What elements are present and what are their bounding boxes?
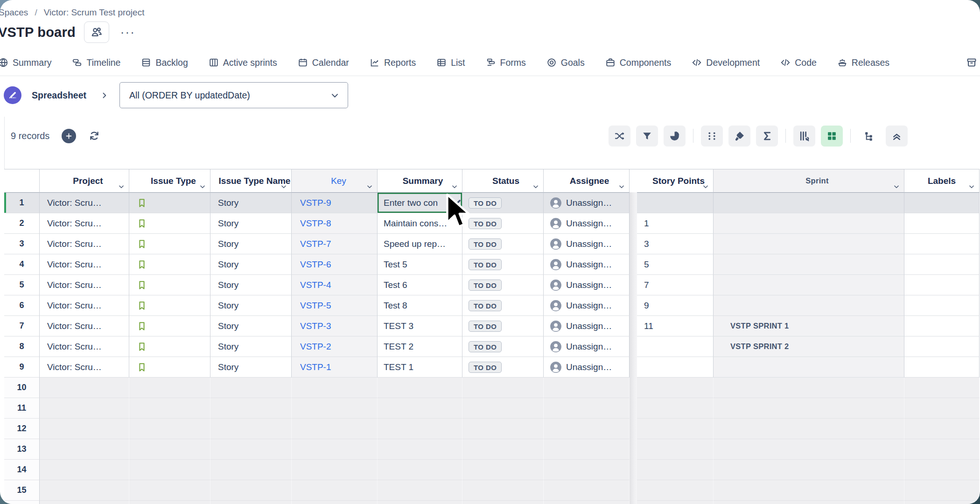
cell-story_points[interactable]: 7	[637, 275, 714, 295]
tab-timeline[interactable]: Timeline	[72, 57, 120, 68]
empty-cell-issue_type[interactable]	[129, 378, 210, 398]
row-number[interactable]: 15	[4, 480, 40, 501]
column-header-assignee[interactable]: Assignee	[544, 169, 630, 193]
cell-key[interactable]: VSTP-9	[292, 193, 378, 213]
cell-labels[interactable]	[904, 234, 980, 254]
tab-releases[interactable]: Releases	[837, 57, 889, 68]
empty-cell-status[interactable]	[462, 439, 544, 460]
empty-cell-labels[interactable]	[904, 419, 980, 439]
cell-labels[interactable]	[904, 295, 980, 316]
cell-labels[interactable]	[904, 213, 980, 234]
cell-key[interactable]: VSTP-2	[292, 336, 378, 357]
empty-cell-project[interactable]	[40, 460, 129, 480]
cell-status[interactable]: TO DO	[462, 213, 544, 234]
breadcrumb-project[interactable]: Victor: Scrum Test project	[44, 7, 145, 18]
more-button[interactable]: ···	[118, 28, 138, 37]
cell-labels[interactable]	[904, 275, 980, 295]
cell-project[interactable]: Victor: Scru…	[40, 295, 129, 316]
cell-key[interactable]: VSTP-5	[292, 295, 378, 316]
empty-cell-story_points[interactable]	[637, 419, 714, 439]
row-number[interactable]: 7	[4, 316, 40, 336]
cell-sprint[interactable]	[714, 254, 904, 275]
empty-cell-issue_type[interactable]	[129, 460, 210, 480]
empty-cell-summary[interactable]	[378, 460, 462, 480]
cell-project[interactable]: Victor: Scru…	[40, 213, 129, 234]
empty-cell-sprint[interactable]	[714, 501, 904, 504]
cell-status[interactable]: TO DO	[462, 275, 544, 295]
empty-cell-labels[interactable]	[904, 378, 980, 398]
row-number[interactable]: 14	[4, 460, 40, 480]
cell-assignee[interactable]: Unassign…	[544, 275, 630, 295]
shuffle-button[interactable]	[609, 126, 630, 147]
cell-status[interactable]: TO DO	[462, 254, 544, 275]
breadcrumb-spaces[interactable]: Spaces	[0, 7, 28, 18]
chevron-down-icon[interactable]	[280, 183, 287, 190]
empty-cell-issue_type_name[interactable]	[210, 480, 292, 501]
chevron-down-icon[interactable]	[199, 183, 206, 190]
cell-project[interactable]: Victor: Scru…	[40, 357, 129, 378]
cell-labels[interactable]	[904, 193, 980, 213]
nav-more-tab-button[interactable]	[966, 57, 977, 68]
spreadsheet-app-label[interactable]: Spreadsheet	[32, 90, 86, 101]
row-number[interactable]: 5	[4, 275, 40, 295]
cell-issue_type[interactable]	[129, 193, 210, 213]
cell-sprint[interactable]: VSTP SPRINT 1	[714, 316, 904, 336]
tab-forms[interactable]: Forms	[486, 57, 526, 68]
column-settings-button[interactable]	[793, 126, 815, 147]
empty-cell-sprint[interactable]	[714, 398, 904, 419]
empty-cell-assignee[interactable]	[544, 398, 630, 419]
column-header-project[interactable]: Project	[40, 169, 129, 193]
cell-project[interactable]: Victor: Scru…	[40, 193, 129, 213]
tab-list[interactable]: List	[436, 57, 465, 68]
empty-cell-sprint[interactable]	[714, 480, 904, 501]
tab-reports[interactable]: Reports	[370, 57, 416, 68]
chevron-down-icon[interactable]	[451, 183, 458, 190]
empty-cell-summary[interactable]	[378, 398, 462, 419]
empty-cell-issue_type_name[interactable]	[210, 501, 292, 504]
empty-cell-sprint[interactable]	[714, 419, 904, 439]
chevron-down-icon[interactable]	[702, 183, 709, 190]
empty-cell-status[interactable]	[462, 480, 544, 501]
cell-sprint[interactable]	[714, 193, 904, 213]
add-record-button[interactable]	[62, 129, 76, 143]
tree-button[interactable]	[858, 126, 880, 147]
empty-cell-key[interactable]	[292, 378, 378, 398]
paint-button[interactable]	[728, 126, 750, 147]
column-header-issue_type_name[interactable]: Issue Type Name	[210, 169, 292, 193]
cell-issue_type_name[interactable]: Story	[210, 275, 292, 295]
cell-key[interactable]: VSTP-6	[292, 254, 378, 275]
cell-issue_type[interactable]	[129, 275, 210, 295]
empty-cell-story_points[interactable]	[637, 460, 714, 480]
cell-issue_type[interactable]	[129, 336, 210, 357]
row-number[interactable]: 4	[4, 254, 40, 275]
empty-cell-summary[interactable]	[378, 439, 462, 460]
chevron-down-icon[interactable]	[968, 183, 975, 190]
cell-issue_type[interactable]	[129, 213, 210, 234]
cell-key[interactable]: VSTP-7	[292, 234, 378, 254]
empty-cell-story_points[interactable]	[637, 378, 714, 398]
row-number[interactable]: 16	[4, 501, 40, 504]
cell-story_points[interactable]: 11	[637, 316, 714, 336]
tab-development[interactable]: Development	[692, 57, 760, 68]
tab-goals[interactable]: Goals	[546, 57, 585, 68]
column-header-key[interactable]: Key	[292, 169, 378, 193]
filter-button[interactable]	[636, 126, 658, 147]
cell-issue_type_name[interactable]: Story	[210, 213, 292, 234]
cell-summary[interactable]: Test 6	[378, 275, 462, 295]
people-button[interactable]	[84, 21, 109, 43]
cell-status[interactable]: TO DO	[462, 357, 544, 378]
column-header-summary[interactable]: Summary	[378, 169, 462, 193]
cell-story_points[interactable]: 3	[637, 234, 714, 254]
cell-assignee[interactable]: Unassign…	[544, 213, 630, 234]
empty-cell-labels[interactable]	[904, 480, 980, 501]
empty-cell-story_points[interactable]	[637, 501, 714, 504]
cell-status[interactable]: TO DO	[462, 295, 544, 316]
cell-issue_type_name[interactable]: Story	[210, 295, 292, 316]
cell-status[interactable]: TO DO	[462, 193, 544, 213]
empty-cell-sprint[interactable]	[714, 378, 904, 398]
cell-summary[interactable]: Test 8	[378, 295, 462, 316]
cell-issue_type_name[interactable]: Story	[210, 193, 292, 213]
row-number[interactable]: 8	[4, 336, 40, 357]
tab-components[interactable]: Components	[605, 57, 672, 68]
empty-cell-issue_type[interactable]	[129, 480, 210, 501]
